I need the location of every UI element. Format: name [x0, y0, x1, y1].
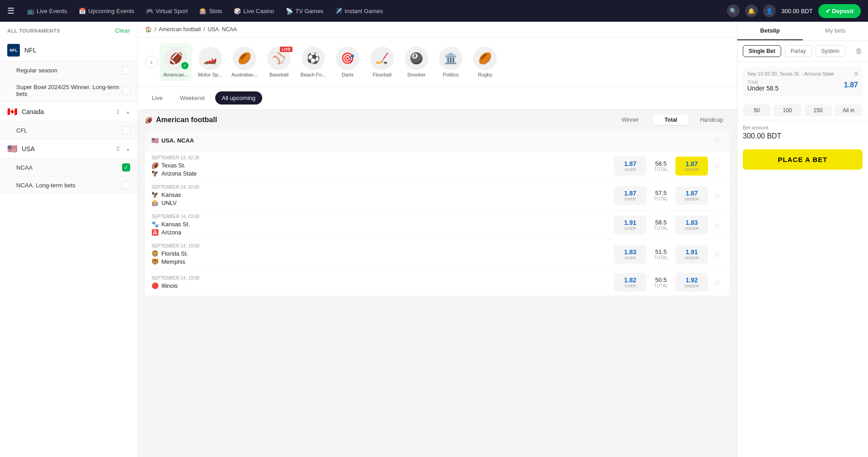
match-star-m5[interactable]: ☆ [711, 276, 723, 289]
ncaa-longterm-checkbox[interactable] [122, 181, 130, 189]
team1-logo: 🐾 [151, 221, 159, 228]
team2-logo: 🦅 [151, 170, 159, 177]
col-total[interactable]: Total [653, 115, 689, 125]
league-nfl[interactable]: NFL NFL [0, 39, 137, 62]
under-btn-m3[interactable]: 1.83 UNDER [675, 215, 708, 234]
tab-betslip[interactable]: Betslip [737, 22, 803, 40]
sport-icon-darts[interactable]: 🎯 Darts [331, 43, 364, 81]
sport-icon-rugby[interactable]: 🏉 Rugby [469, 43, 501, 81]
bet-type-parlay[interactable]: Parlay [785, 45, 812, 57]
cfl-checkbox[interactable] [122, 126, 130, 134]
sport-icon-motor-sport[interactable]: 🏎️ Motor Sp... [194, 43, 226, 81]
odds-group: 1.82 OVER 50.5 TOTAL 1.92 UNDER [614, 273, 708, 292]
bet-card-close-icon[interactable]: ✕ [854, 70, 859, 77]
usa-chevron: ▲ [126, 147, 130, 152]
league-cfl[interactable]: CFL [0, 122, 137, 139]
match-teams: 🏈 Texas St. 🦅 Arizona State [151, 162, 614, 177]
league-group-usa-ncaa: 🇺🇸 USA. NCAA ☆ SEPTEMBER 13, 02:30 🏈 Tex… [145, 129, 730, 296]
quick-amt-50[interactable]: 50 [743, 105, 771, 116]
menu-icon[interactable]: ☰ [7, 6, 14, 16]
home-icon[interactable]: 🏠 [145, 26, 152, 33]
match-star-m4[interactable]: ☆ [711, 248, 723, 261]
league-group-name: 🇺🇸 USA. NCAA [151, 137, 194, 144]
match-info: SEPTEMBER 14, 02:00 🦅 Kansas 🎰 UNLV [151, 185, 614, 206]
match-star-m2[interactable]: ☆ [711, 189, 723, 202]
under-btn-m1-active[interactable]: 1.87 UNDER [675, 157, 708, 176]
quick-amt-100[interactable]: 100 [774, 105, 802, 116]
sport-icon-politics[interactable]: 🏛️ Politics [434, 43, 467, 81]
clear-button[interactable]: Clear [115, 27, 130, 34]
country-usa[interactable]: 🇺🇸 USA 2 ▲ [0, 139, 137, 159]
filter-live[interactable]: Live [145, 91, 170, 105]
sport-icon-baseball[interactable]: ⚾ LIVE Baseball [263, 43, 295, 81]
country-canada[interactable]: 🇨🇦 Canada 1 ▲ [0, 102, 137, 122]
nav-live-events[interactable]: 📺 Live Events [23, 5, 71, 17]
over-btn-m2[interactable]: 1.87 OVER [614, 186, 646, 205]
match-star-m1[interactable]: ☆ [711, 160, 723, 172]
ncaa-checkbox[interactable]: ✓ [122, 163, 130, 171]
breadcrumb: 🏠 / American football / USA. NCAA [138, 22, 737, 38]
nav-tv-games[interactable]: 📡 TV Games [281, 5, 328, 17]
breadcrumb-sport[interactable]: American football [159, 26, 201, 33]
sport-icon-floorball[interactable]: 🏒 Floorball [366, 43, 398, 81]
col-winner[interactable]: Winner [612, 117, 648, 123]
tab-my-bets[interactable]: My bets [803, 22, 868, 40]
balance-display: 300.00 BDT [781, 8, 812, 14]
over-btn-m4[interactable]: 1.83 OVER [614, 245, 646, 264]
floorball-icon: 🏒 [370, 47, 394, 70]
nav-upcoming-events[interactable]: 📅 Upcoming Events [74, 5, 139, 17]
sidebar: ALL TOURNAMENTS Clear NFL NFL Regular se… [0, 22, 138, 457]
over-btn-m5[interactable]: 1.82 OVER [614, 273, 646, 292]
under-btn-m2[interactable]: 1.87 UNDER [675, 186, 708, 205]
match-teams: 🔴 Illinois [151, 282, 614, 289]
league-star[interactable]: ☆ [711, 134, 723, 147]
league-ncaa-longterm[interactable]: NCAA. Long-term bets [0, 176, 137, 194]
quick-amt-150[interactable]: 150 [804, 105, 832, 116]
under-btn-m4[interactable]: 1.91 UNDER [675, 245, 708, 264]
total-display-m3: 58.5 TOTAL [649, 219, 673, 231]
match-star-m3[interactable]: ☆ [711, 219, 723, 231]
notification-icon[interactable]: 🔔 [745, 5, 758, 17]
match-teams: 🐾 Kansas St. 🅰️ Arizona [151, 221, 614, 236]
section-header: 🏈 American football Winner Total Handica… [145, 115, 730, 125]
breadcrumb-league: USA. NCAA [208, 26, 237, 33]
over-btn-m3[interactable]: 1.91 OVER [614, 215, 646, 234]
bet-amount-section: Bet amount 300.00 BDT [737, 120, 868, 145]
table-row: SEPTEMBER 14, 19:00 🦁 Florida St. 🐯 Memp… [145, 240, 730, 269]
team1-logo: 🔴 [151, 282, 159, 289]
bet-amount-value: 300.00 BDT [743, 132, 863, 140]
sport-icon-american-football[interactable]: 🏈 ✓ American... [160, 43, 192, 81]
live-events-icon: 📺 [27, 8, 34, 14]
filter-weekend[interactable]: Weekend [173, 91, 212, 105]
nav-live-casino[interactable]: 🎲 Live Casino [229, 5, 278, 17]
snooker-icon: 🎱 [405, 47, 428, 70]
league-superbowl[interactable]: Super Bowl 2024/25 Winner. Long-term bet… [0, 79, 137, 102]
sport-icon-snooker[interactable]: 🎱 Snooker [400, 43, 433, 81]
deposit-button[interactable]: ✔ Deposit [818, 4, 861, 18]
sport-icon-beach-football[interactable]: ⚽ Beach Fo... [297, 43, 330, 81]
center-content: 🏠 / American football / USA. NCAA ‹ 🏈 ✓ … [138, 22, 737, 457]
regular-season-checkbox[interactable] [122, 66, 130, 74]
quick-amt-allin[interactable]: All in [835, 105, 863, 116]
clear-betslip-icon[interactable]: 🗑 [855, 47, 863, 55]
sport-icons-prev[interactable]: ‹ [145, 56, 158, 68]
bet-type-single[interactable]: Single Bet [743, 45, 781, 57]
nav-virtual-sport[interactable]: 🎮 Virtual Sport [142, 5, 192, 17]
search-icon[interactable]: 🔍 [727, 5, 740, 17]
under-btn-m5[interactable]: 1.92 UNDER [675, 273, 708, 292]
over-btn-m1[interactable]: 1.87 OVER [614, 157, 646, 176]
darts-icon: 🎯 [336, 47, 359, 70]
main-layout: ALL TOURNAMENTS Clear NFL NFL Regular se… [0, 22, 868, 457]
nav-slots[interactable]: 🎰 Slots [195, 5, 226, 17]
live-badge: LIVE [280, 47, 292, 52]
league-ncaa[interactable]: NCAA ✓ [0, 159, 137, 176]
sport-icon-australian[interactable]: 🏉 Australian... [228, 43, 261, 81]
nav-instant-games[interactable]: ✈️ Instant Games [330, 5, 387, 17]
league-regular-season[interactable]: Regular season [0, 62, 137, 79]
superbowl-checkbox[interactable] [123, 86, 130, 95]
col-handicap[interactable]: Handicap [693, 117, 730, 123]
bet-type-system[interactable]: System [816, 45, 845, 57]
place-bet-button[interactable]: PLACE A BET [743, 149, 863, 170]
account-icon[interactable]: 👤 [763, 5, 776, 17]
filter-all-upcoming[interactable]: All upcoming [215, 91, 262, 105]
